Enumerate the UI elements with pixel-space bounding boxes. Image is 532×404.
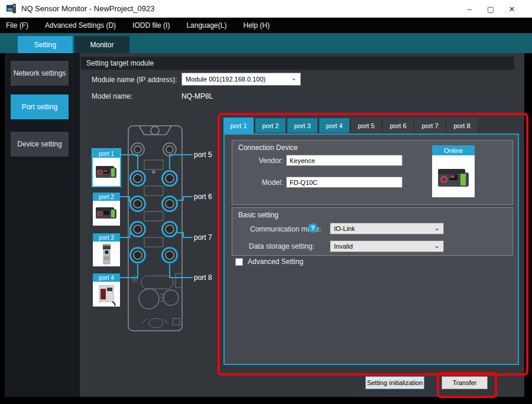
menu-help[interactable]: Help (H) <box>243 21 270 30</box>
tab-monitor[interactable]: Monitor <box>74 36 129 53</box>
menu-file[interactable]: File (F) <box>6 21 28 30</box>
sidebar: Network settings Port setting Device set… <box>5 53 80 397</box>
connection-device-group: Connection Device Vendor: Keyence Model:… <box>232 140 513 205</box>
port-card-4[interactable]: port 4 <box>93 273 120 307</box>
menu-iodd-file[interactable]: IODD file (I) <box>132 21 170 30</box>
port-tab-3[interactable]: port 3 <box>287 118 317 133</box>
app-icon <box>7 4 17 14</box>
help-icon[interactable]: ? <box>308 223 317 233</box>
port-card-3-label: port 3 <box>93 233 120 242</box>
port-tab-5[interactable]: port 5 <box>351 118 381 133</box>
main-content: Setting target module Module name (IP ad… <box>80 53 524 397</box>
data-storage-dropdown[interactable]: Invalid ⌄ <box>330 240 444 252</box>
window-controls: – ▢ ✕ <box>459 0 523 18</box>
module-name-dropdown[interactable]: Module 001(192.168.0.100) ⌄ <box>181 73 301 86</box>
port-card-2[interactable]: port 2 <box>93 193 120 226</box>
menu-bar: File (F) Advanced Settings (D) IODD file… <box>0 18 532 33</box>
sidebar-item-port-setting[interactable]: Port setting <box>11 95 69 119</box>
port-tab-8[interactable]: port 8 <box>447 118 477 133</box>
sidebar-item-device-setting[interactable]: Device setting <box>11 132 69 157</box>
port-tab-4[interactable]: port 4 <box>319 118 349 133</box>
status-badge: Online <box>432 145 475 155</box>
communication-mode-value: IO-Link <box>334 225 355 232</box>
port-tab-7[interactable]: port 7 <box>415 118 445 133</box>
port-8-label: port 8 <box>194 273 212 282</box>
connection-device-title: Connection Device <box>238 144 298 152</box>
data-storage-value: Invalid <box>334 243 353 250</box>
title-bar: NQ Sensor Monitor - NewProject_0923 – ▢ … <box>0 0 532 18</box>
advanced-setting-label: Advanced Setting <box>248 258 303 266</box>
advanced-setting-row: Advanced Setting <box>235 258 303 266</box>
port-5-label: port 5 <box>194 151 212 159</box>
device-status-card: Online <box>432 145 475 197</box>
module-name-label: Module name (IP address): <box>92 76 177 84</box>
model-label: Model: <box>237 178 283 187</box>
port-4-device-image <box>93 282 120 307</box>
model-name-value: NQ-MP8L <box>181 92 213 100</box>
chevron-down-icon: ⌄ <box>291 74 297 82</box>
maximize-icon[interactable]: ▢ <box>480 0 501 18</box>
port-card-3[interactable]: port 3 <box>93 233 120 266</box>
main-tab-strip: Setting Monitor <box>0 33 532 53</box>
port-tab-6[interactable]: port 6 <box>383 118 413 133</box>
model-input[interactable]: FD-Q10C <box>286 177 403 188</box>
port-7-label: port 7 <box>194 233 212 242</box>
chevron-down-icon: ⌄ <box>434 242 440 250</box>
vendor-input[interactable]: Keyence <box>286 155 403 166</box>
tab-setting[interactable]: Setting <box>18 36 73 53</box>
connected-device-image <box>432 155 475 197</box>
port-card-4-label: port 4 <box>93 273 120 282</box>
setting-initialization-button[interactable]: Setting initialization <box>365 376 424 389</box>
port-card-2-label: port 2 <box>93 193 120 201</box>
module-name-value: Module 001(192.168.0.100) <box>186 76 265 83</box>
port-connectors <box>131 171 177 263</box>
port-card-1-label: port 1 <box>93 149 120 158</box>
port-setting-panel: Connection Device Vendor: Keyence Model:… <box>223 133 519 365</box>
sidebar-item-network-settings[interactable]: Network settings <box>11 61 69 86</box>
close-icon[interactable]: ✕ <box>501 0 523 18</box>
basic-setting-group: Basic setting Communication mode: ? IO-L… <box>232 207 513 256</box>
port-tab-bar: port 1 port 2 port 3 port 4 port 5 port … <box>223 118 477 133</box>
advanced-setting-checkbox[interactable] <box>235 258 243 266</box>
communication-mode-dropdown[interactable]: IO-Link ⌄ <box>330 223 444 234</box>
menu-advanced-settings[interactable]: Advanced Settings (D) <box>45 21 116 30</box>
port-1-device-image <box>93 158 120 186</box>
minimize-icon[interactable]: – <box>459 0 480 18</box>
vendor-label: Vendor: <box>237 157 283 165</box>
section-header: Setting target module <box>81 57 514 70</box>
port-tab-2[interactable]: port 2 <box>255 118 286 133</box>
port-6-label: port 6 <box>194 193 212 201</box>
vendor-value: Keyence <box>290 157 315 164</box>
port-card-1[interactable]: port 1 <box>93 149 120 186</box>
basic-setting-title: Basic setting <box>238 211 278 219</box>
data-storage-label: Data storage setting: <box>249 242 314 250</box>
menu-language[interactable]: Language(L) <box>186 21 226 30</box>
port-tab-1[interactable]: port 1 <box>223 118 254 133</box>
window-title: NQ Sensor Monitor - NewProject_0923 <box>21 4 154 13</box>
model-name-label: Model name: <box>92 92 132 100</box>
model-value: FD-Q10C <box>290 179 317 186</box>
transfer-button[interactable]: Transfer <box>442 376 488 389</box>
port-3-device-image <box>93 242 120 266</box>
port-2-device-image <box>93 201 120 226</box>
chevron-down-icon: ⌄ <box>434 224 440 232</box>
